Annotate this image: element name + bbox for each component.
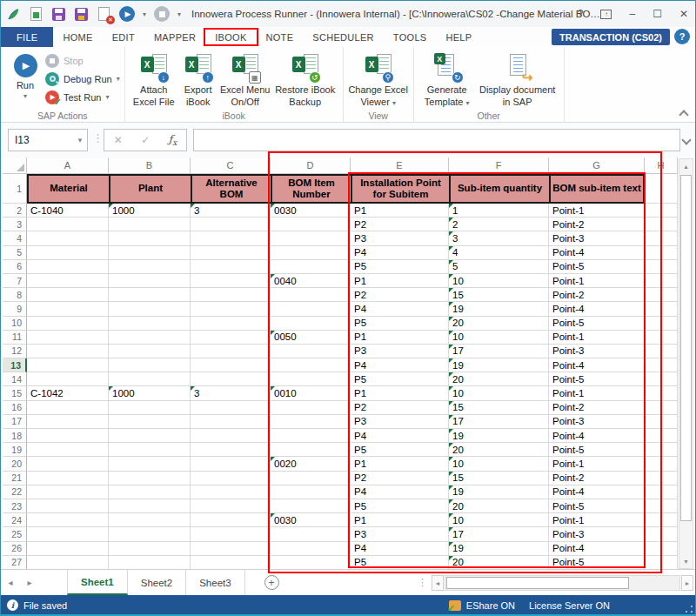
cell-B23[interactable]	[109, 499, 191, 513]
row-header-10[interactable]: 10	[3, 317, 27, 331]
cell-F21[interactable]: 15	[449, 472, 549, 485]
cell-C16[interactable]	[191, 401, 271, 415]
cell-F8[interactable]: 15	[449, 288, 549, 302]
cell-D13[interactable]	[271, 358, 351, 372]
cell-A21[interactable]	[27, 472, 109, 485]
cell-A22[interactable]	[27, 485, 109, 499]
cell-G23[interactable]: Point-5	[549, 499, 645, 513]
cell-A19[interactable]	[27, 443, 109, 457]
cell-B10[interactable]	[109, 317, 191, 331]
cell-F12[interactable]: 17	[449, 345, 549, 358]
cell-D27[interactable]	[271, 556, 351, 569]
cell-A10[interactable]	[27, 317, 109, 331]
cell-D25[interactable]	[271, 527, 351, 541]
cell-C17[interactable]	[191, 415, 271, 429]
resize-grip[interactable]	[685, 605, 693, 613]
cell-C6[interactable]	[191, 260, 271, 274]
cell-H27[interactable]	[645, 556, 678, 569]
cell-E19[interactable]: P5	[351, 443, 449, 457]
cell-G21[interactable]: Point-2	[549, 472, 645, 485]
cell-A12[interactable]	[27, 345, 109, 358]
export-ibook-button[interactable]: X↑ Export iBook	[178, 50, 218, 109]
row-header-13[interactable]: 13	[3, 358, 27, 372]
change-excel-viewer-button[interactable]: X⚲ Change Excel Viewer ▾	[348, 50, 409, 109]
cell-C5[interactable]	[191, 246, 271, 260]
cell-B24[interactable]	[109, 513, 191, 527]
cell-D6[interactable]	[271, 260, 351, 274]
row-header-11[interactable]: 11	[3, 331, 27, 345]
cell-H17[interactable]	[645, 415, 678, 429]
row-header-12[interactable]: 12	[3, 345, 27, 358]
cell-E9[interactable]: P4	[351, 302, 449, 316]
cell-D18[interactable]	[271, 429, 351, 443]
row-header-19[interactable]: 19	[3, 443, 27, 457]
cell-G13[interactable]: Point-4	[549, 358, 645, 372]
header-cell-F1[interactable]: Sub-item quantity	[449, 174, 549, 204]
cell-H22[interactable]	[645, 485, 678, 499]
scroll-up-icon[interactable]: ▲	[679, 159, 693, 173]
cell-G6[interactable]: Point-5	[549, 260, 645, 274]
cell-B15[interactable]: 1000	[109, 386, 191, 400]
cell-F13[interactable]: 19	[449, 358, 549, 372]
new-file-icon[interactable]	[29, 7, 44, 22]
cell-C11[interactable]	[191, 331, 271, 345]
header-cell-D1[interactable]: BOM Item Number	[271, 174, 351, 204]
tab-mapper[interactable]: MAPPER	[144, 27, 205, 47]
cell-H1[interactable]	[645, 174, 678, 204]
cell-H4[interactable]	[645, 231, 678, 245]
cell-B4[interactable]	[109, 231, 191, 245]
save-icon[interactable]	[51, 7, 66, 22]
cell-C3[interactable]	[191, 218, 271, 231]
cell-H20[interactable]	[645, 457, 678, 471]
cell-D19[interactable]	[271, 443, 351, 457]
cell-G26[interactable]: Point-4	[549, 542, 645, 556]
ribbon-display-icon[interactable]: ↑	[600, 10, 612, 19]
row-header-8[interactable]: 8	[3, 288, 27, 302]
cell-E8[interactable]: P2	[351, 288, 449, 302]
cell-F24[interactable]: 10	[449, 513, 549, 527]
display-document-sap-button[interactable]: ↪ Display document in SAP	[476, 50, 559, 109]
run-icon[interactable]: ▶	[119, 6, 135, 22]
cell-H3[interactable]	[645, 218, 678, 231]
tab-ibook[interactable]: IBOOK	[205, 27, 256, 47]
cell-H16[interactable]	[645, 401, 678, 415]
row-header-23[interactable]: 23	[3, 499, 27, 513]
cell-E22[interactable]: P4	[351, 485, 449, 499]
cell-G16[interactable]: Point-2	[549, 401, 645, 415]
cell-G24[interactable]: Point-1	[549, 513, 645, 527]
cell-E21[interactable]: P2	[351, 472, 449, 485]
cell-D5[interactable]	[271, 246, 351, 260]
cell-E25[interactable]: P3	[351, 527, 449, 541]
cell-C23[interactable]	[191, 499, 271, 513]
insert-function-icon[interactable]: ƒx	[169, 133, 177, 147]
debug-run-button[interactable]: Debug Run ▾	[45, 71, 120, 86]
run-button[interactable]: ▶ Run ▾	[5, 50, 45, 100]
cell-E10[interactable]: P5	[351, 317, 449, 331]
cell-B13[interactable]	[109, 358, 191, 372]
cell-C21[interactable]	[191, 472, 271, 485]
cell-C2[interactable]: 3	[191, 204, 271, 218]
cell-A14[interactable]	[27, 372, 109, 386]
cell-B26[interactable]	[109, 542, 191, 556]
header-cell-G1[interactable]: BOM sub-item text	[549, 174, 645, 204]
excel-menu-onoff-button[interactable]: X▦ Excel Menu On/Off	[218, 50, 272, 109]
cell-F17[interactable]: 17	[449, 415, 549, 429]
cell-C19[interactable]	[191, 443, 271, 457]
cell-A27[interactable]	[27, 556, 109, 569]
stop-button[interactable]: Stop	[45, 53, 120, 68]
cell-E26[interactable]: P4	[351, 542, 449, 556]
column-header-F[interactable]: F	[449, 157, 549, 174]
cell-B17[interactable]	[109, 415, 191, 429]
cell-G4[interactable]: Point-3	[549, 231, 645, 245]
cell-F3[interactable]: 2	[449, 218, 549, 231]
collapse-ribbon-icon[interactable]	[679, 109, 686, 116]
cell-B27[interactable]	[109, 556, 191, 569]
cell-A9[interactable]	[27, 302, 109, 316]
cell-E24[interactable]: P1	[351, 513, 449, 527]
column-header-A[interactable]: A	[27, 157, 109, 174]
cell-F20[interactable]: 10	[449, 457, 549, 471]
cell-E7[interactable]: P1	[351, 274, 449, 288]
header-cell-E1[interactable]: Installation Point for Subitem	[351, 174, 449, 204]
cell-F19[interactable]: 20	[449, 443, 549, 457]
cell-C15[interactable]: 3	[191, 386, 271, 400]
